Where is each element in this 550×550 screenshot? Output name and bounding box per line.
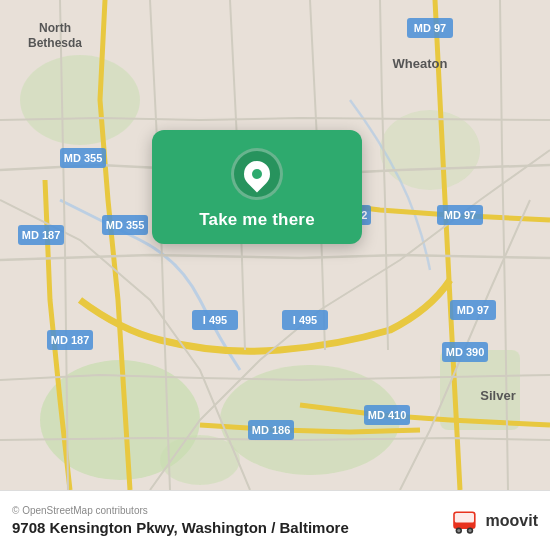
svg-text:MD 97: MD 97 bbox=[414, 22, 446, 34]
svg-text:I 495: I 495 bbox=[203, 314, 227, 326]
svg-text:MD 187: MD 187 bbox=[51, 334, 90, 346]
moovit-logo: moovit bbox=[450, 505, 538, 537]
svg-text:MD 390: MD 390 bbox=[446, 346, 485, 358]
svg-text:MD 410: MD 410 bbox=[368, 409, 407, 421]
svg-text:MD 355: MD 355 bbox=[64, 152, 103, 164]
bottom-bar-content: © OpenStreetMap contributors 9708 Kensin… bbox=[12, 505, 538, 537]
svg-text:MD 355: MD 355 bbox=[106, 219, 145, 231]
bottom-bar: © OpenStreetMap contributors 9708 Kensin… bbox=[0, 490, 550, 550]
svg-rect-38 bbox=[454, 513, 473, 523]
svg-point-40 bbox=[457, 529, 460, 532]
map-container: MD 97 North Bethesda Wheaton MD 355 MD 3… bbox=[0, 0, 550, 490]
location-popup[interactable]: Take me there bbox=[152, 130, 362, 244]
location-icon-wrapper bbox=[231, 148, 283, 200]
svg-point-4 bbox=[380, 110, 480, 190]
svg-text:MD 97: MD 97 bbox=[444, 209, 476, 221]
svg-text:North: North bbox=[39, 21, 71, 35]
svg-text:MD 187: MD 187 bbox=[22, 229, 61, 241]
svg-text:Silver: Silver bbox=[480, 388, 515, 403]
address-text: 9708 Kensington Pkwy, Washington / Balti… bbox=[12, 519, 349, 536]
svg-text:I 495: I 495 bbox=[293, 314, 317, 326]
svg-text:Wheaton: Wheaton bbox=[393, 56, 448, 71]
map-svg: MD 97 North Bethesda Wheaton MD 355 MD 3… bbox=[0, 0, 550, 490]
address-section: © OpenStreetMap contributors 9708 Kensin… bbox=[12, 505, 349, 536]
take-me-there-button[interactable]: Take me there bbox=[199, 210, 315, 230]
svg-point-3 bbox=[20, 55, 140, 145]
svg-text:MD 97: MD 97 bbox=[457, 304, 489, 316]
svg-text:MD 186: MD 186 bbox=[252, 424, 291, 436]
copyright-text: © OpenStreetMap contributors bbox=[12, 505, 349, 516]
moovit-label: moovit bbox=[486, 512, 538, 530]
moovit-icon bbox=[450, 505, 482, 537]
location-pin-icon bbox=[239, 156, 276, 193]
svg-point-42 bbox=[468, 529, 471, 532]
svg-text:Bethesda: Bethesda bbox=[28, 36, 82, 50]
